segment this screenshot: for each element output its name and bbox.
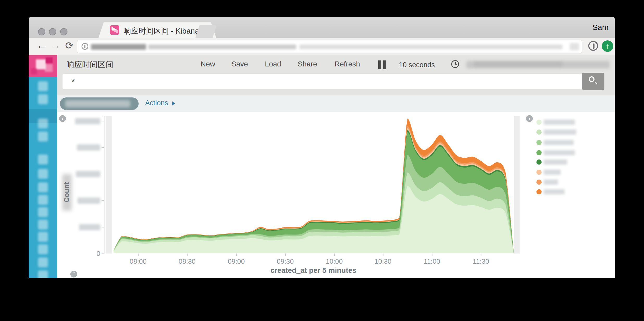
y-axis-tick-label-redacted (76, 171, 100, 177)
y-axis-tick (102, 147, 104, 148)
x-axis-tick (481, 254, 481, 256)
browser-profile-name[interactable]: Sam (592, 23, 609, 32)
browser-toolbar: ← → ⟳ ↑ (29, 38, 615, 55)
actions-link[interactable]: Actions (145, 99, 175, 107)
x-axis-tick (383, 254, 383, 256)
stacked-area-chart[interactable] (112, 116, 514, 254)
time-range-redacted-overlay (474, 62, 562, 66)
visualize-toolbar: 响应时间区间 New Save Load Share Refresh 10 se… (57, 55, 615, 95)
sidebar-app-icon[interactable] (38, 81, 48, 91)
legend-item[interactable] (536, 139, 612, 146)
nav-refresh-button[interactable]: Refresh (335, 60, 360, 68)
legend-label-redacted (544, 129, 576, 135)
reload-icon[interactable]: ⟳ (65, 40, 73, 51)
kibana-logo[interactable] (29, 55, 57, 77)
main-column: 响应时间区间 New Save Load Share Refresh 10 se… (57, 55, 615, 278)
nav-save-button[interactable]: Save (231, 60, 248, 68)
legend-item[interactable] (536, 158, 612, 166)
visualization-title: 响应时间区间 (66, 59, 113, 70)
sidebar-app-icon[interactable] (38, 169, 48, 179)
sidebar-app-icon[interactable] (38, 257, 48, 267)
series-color-dot (536, 120, 542, 125)
x-axis-tick-label: 11:00 (424, 257, 440, 266)
y-axis-tick-label-redacted (79, 224, 100, 230)
sidebar-app-icon[interactable] (38, 132, 48, 141)
tab-title: 响应时间区间 - Kibana (123, 26, 199, 36)
url-domain-redacted (91, 44, 146, 50)
chevron-up-icon[interactable]: ˆ (70, 271, 77, 277)
sidebar-app-icon[interactable] (38, 94, 48, 104)
pause-icon[interactable] (378, 60, 386, 69)
forward-icon: → (51, 40, 60, 51)
kibana-sidebar (29, 55, 57, 278)
nav-load-button[interactable]: Load (265, 60, 281, 68)
sidebar-app-icon[interactable] (38, 244, 48, 254)
sidebar-app-icon[interactable] (38, 270, 48, 278)
x-axis-tick (285, 254, 286, 256)
legend-label-redacted (544, 150, 575, 155)
traffic-light-minimize-icon[interactable] (49, 28, 56, 35)
x-axis-tick (138, 254, 139, 256)
legend-label-redacted (544, 159, 567, 165)
back-icon[interactable]: ← (36, 40, 46, 51)
left-scroll-band[interactable] (106, 116, 112, 254)
y-axis-title: Count (63, 182, 71, 202)
y-axis-tick-label-redacted (77, 144, 100, 151)
x-axis-title: created_at per 5 minutes (270, 266, 356, 275)
y-axis-tick (102, 174, 104, 174)
series-color-dot (536, 170, 542, 175)
x-axis-tick (334, 254, 335, 256)
refresh-interval-button[interactable]: 10 seconds (399, 61, 435, 69)
traffic-light-zoom-icon[interactable] (60, 28, 67, 35)
search-button[interactable] (582, 73, 604, 90)
x-axis-tick-label: 09:00 (228, 257, 245, 266)
legend-item[interactable] (536, 188, 612, 195)
x-axis-tick-label: 10:00 (326, 257, 343, 266)
sidebar-app-icon[interactable] (38, 155, 48, 164)
legend-label-redacted (544, 170, 561, 175)
sidebar-app-icon[interactable] (38, 207, 48, 217)
sidebar-app-icon[interactable] (38, 119, 48, 128)
y-axis-tick-label-redacted (77, 197, 100, 204)
legend-label-redacted (544, 120, 575, 125)
actions-row: Actions (57, 95, 615, 112)
y-axis-tick (102, 227, 104, 227)
actions-link-label: Actions (145, 99, 168, 107)
legend-item[interactable] (536, 149, 612, 156)
clock-icon[interactable] (451, 60, 459, 68)
legend-label-redacted (544, 189, 565, 194)
green-arrow-extension-icon[interactable]: ↑ (602, 40, 613, 52)
search-icon (589, 76, 595, 82)
site-info-icon[interactable] (82, 43, 88, 50)
legend-label-redacted (544, 180, 558, 185)
x-axis-tick (236, 254, 237, 256)
nav-new-button[interactable]: New (201, 60, 215, 68)
nav-share-button[interactable]: Share (298, 60, 317, 68)
sidebar-app-icon[interactable] (38, 232, 48, 242)
series-color-dot (536, 180, 542, 185)
browser-window: 响应时间区间 - Kibana × Sam ← → ⟳ ↑ (29, 17, 615, 278)
x-axis-tick (187, 254, 188, 256)
filter-pill-redacted[interactable] (60, 97, 139, 110)
url-bar[interactable] (77, 40, 582, 53)
legend-item[interactable] (536, 119, 612, 126)
sidebar-app-icon[interactable] (38, 195, 48, 205)
legend-item[interactable] (536, 128, 612, 136)
x-axis-tick-label: 10:30 (374, 257, 391, 266)
series-color-dot (536, 159, 542, 165)
traffic-light-close-icon[interactable] (38, 28, 45, 35)
legend-label-redacted (544, 140, 574, 145)
search-query-input[interactable] (63, 74, 582, 89)
series-color-dot (536, 189, 542, 194)
right-scroll-band[interactable] (514, 116, 520, 254)
chevron-right-icon[interactable]: › (59, 115, 66, 122)
password-manager-extension-icon[interactable] (588, 41, 598, 51)
kibana-app: 响应时间区间 New Save Load Share Refresh 10 se… (29, 55, 615, 278)
legend-item[interactable] (536, 169, 612, 176)
legend-item[interactable] (536, 178, 612, 186)
sidebar-app-icon[interactable] (38, 182, 48, 192)
sidebar-app-icon[interactable] (38, 220, 48, 230)
url-query-redacted (299, 45, 562, 49)
x-axis-tick (432, 254, 432, 256)
chevron-right-icon-legend[interactable]: › (526, 115, 533, 122)
